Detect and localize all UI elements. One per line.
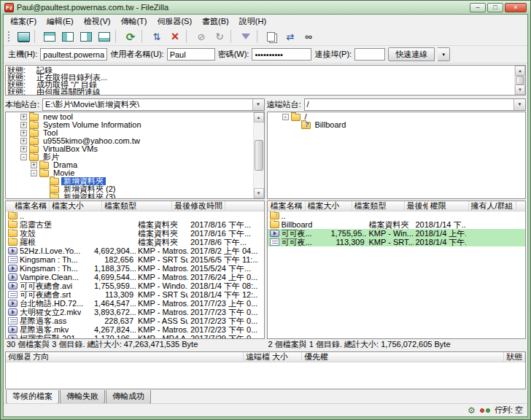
file-row[interactable]: 星際過客.ass 228,637 KMP - ASS Su... 2017/2/… — [6, 316, 264, 325]
toolbar-grip-handle[interactable] — [7, 31, 11, 42]
refresh-button[interactable] — [122, 28, 139, 44]
file-row[interactable]: 大明猩女立2.mkv 3,893,672... KMP - Matros... … — [6, 308, 264, 316]
tree-expander[interactable] — [31, 162, 37, 168]
close-button[interactable]: × — [505, 3, 527, 12]
host-input[interactable] — [40, 48, 107, 61]
queue-body[interactable] — [6, 362, 525, 389]
column-header[interactable]: 方向 — [31, 352, 244, 362]
menu-help[interactable]: 說明(H) — [234, 15, 271, 28]
reconnect-button[interactable] — [211, 28, 228, 44]
column-header[interactable]: 遠端檔案 — [244, 352, 270, 362]
scroll-down-icon[interactable]: ▼ — [515, 85, 525, 95]
toggle-queue-button[interactable] — [96, 28, 113, 44]
find-button[interactable] — [300, 28, 317, 44]
file-row[interactable]: 台北物語.HD.72... 1,464,547... KMP - Matros.… — [6, 299, 264, 308]
toggle-remote-tree-button[interactable] — [77, 28, 95, 44]
password-input[interactable] — [252, 48, 311, 61]
compare-button[interactable] — [263, 28, 281, 44]
file-row[interactable]: Kingsman : Th... 182,656 KMP - SRT Su...… — [6, 255, 264, 264]
remote-path-combobox[interactable]: / ▼ — [304, 98, 526, 111]
tree-expander[interactable] — [20, 114, 27, 120]
column-header[interactable]: 檔案類型 — [102, 201, 172, 211]
chevron-down-icon[interactable]: ▼ — [513, 99, 525, 110]
quickconnect-button[interactable]: 快速連線 — [388, 47, 435, 61]
tree-expander[interactable] — [41, 186, 47, 192]
column-header[interactable]: 最後修改時間 — [405, 201, 428, 211]
column-header[interactable]: 優先權 — [302, 352, 504, 362]
tree-item[interactable]: 新增資料夾 — [6, 177, 253, 185]
file-row[interactable]: 52Hz.I.Love.Yo... 4,692,904... KMP - Mat… — [6, 246, 264, 255]
file-row[interactable]: .. — [6, 211, 264, 220]
username-input[interactable] — [167, 48, 215, 61]
column-header[interactable]: 檔案名稱 — [6, 201, 50, 211]
column-header[interactable]: 檔案類型 — [352, 201, 405, 211]
tree-item[interactable]: 新增資料夾 (2) — [6, 185, 253, 193]
tree-expander[interactable] — [41, 178, 47, 184]
file-row[interactable]: 可可夜總會.srt 113,309 KMP - SRT Su... 2018/1… — [6, 290, 264, 299]
scrollbar-thumb[interactable] — [255, 140, 263, 171]
column-header[interactable]: 最後修改時間 — [172, 201, 225, 211]
maximize-button[interactable]: □ — [487, 3, 503, 12]
tree-item[interactable]: 新增資料夾 (3) — [6, 193, 253, 198]
tree-expander[interactable] — [282, 114, 289, 120]
quickconnect-dropdown-button[interactable]: ▼ — [438, 47, 450, 61]
column-header[interactable]: 檔案大小 — [306, 201, 352, 211]
file-row[interactable]: 可可夜... 1,755,95... KMP - Win... 2018/1/4… — [268, 229, 526, 238]
tree-expander[interactable] — [41, 194, 47, 198]
tree-expander[interactable] — [20, 138, 27, 144]
file-row[interactable]: .. — [268, 211, 526, 220]
tree-expander[interactable] — [31, 170, 37, 176]
tree-item[interactable]: Billboard — [268, 121, 526, 129]
local-path-combobox[interactable]: E:\影片\Movie\新增資料夾\ ▼ — [42, 98, 264, 111]
process-queue-button[interactable] — [148, 28, 166, 44]
tree-expander[interactable] — [20, 130, 27, 136]
queue-tab[interactable]: 等候的檔案 — [6, 390, 59, 404]
column-header[interactable]: 檔案大小 — [50, 201, 102, 211]
file-row[interactable]: Billboard 檔案資料夾 2018/1/14 下... — [268, 220, 526, 229]
column-header[interactable]: 權限 — [428, 201, 469, 211]
scroll-down-icon[interactable]: ▼ — [254, 188, 264, 198]
gear-icon[interactable] — [468, 405, 476, 416]
toggle-local-tree-button[interactable] — [59, 28, 77, 44]
scroll-up-icon[interactable]: ▲ — [254, 112, 264, 122]
tree-item[interactable]: / — [268, 113, 526, 121]
tree-item[interactable]: Movie — [6, 169, 253, 177]
local-tree-scrollbar[interactable]: ▲ ▼ — [253, 112, 264, 198]
filter-button[interactable] — [237, 28, 255, 44]
menu-server[interactable]: 伺服器(S) — [152, 15, 197, 28]
column-header[interactable]: 檔案名稱 — [268, 201, 306, 211]
log-scrollbar[interactable]: ▲ ▼ — [514, 66, 525, 95]
menu-transfer[interactable]: 傳輸(T) — [115, 15, 152, 28]
tree-expander[interactable] — [20, 122, 27, 128]
queue-tab[interactable]: 傳輸失敗 — [60, 390, 105, 404]
chevron-down-icon[interactable]: ▼ — [252, 99, 264, 110]
scrollbar-thumb[interactable] — [516, 76, 524, 85]
toggle-message-log-button[interactable] — [41, 28, 58, 44]
tree-expander[interactable] — [20, 154, 27, 160]
file-row[interactable]: 攻殼 檔案資料夾 2017/8/16 下午... — [6, 229, 264, 238]
site-manager-button[interactable] — [15, 28, 32, 44]
port-input[interactable] — [354, 48, 385, 61]
file-row[interactable]: Vampire.Clean... 4,699,544... KMP - Matr… — [6, 273, 264, 281]
sync-browse-button[interactable] — [282, 28, 299, 44]
file-row[interactable]: 柯羅索巨獸.201... 1,170,196... KMP - MP4 A...… — [6, 334, 264, 338]
column-header[interactable]: 狀態 — [504, 352, 525, 362]
disconnect-button[interactable] — [193, 28, 210, 44]
file-row[interactable]: 惡靈古堡 檔案資料夾 2017/8/16 下午... — [6, 220, 264, 229]
menu-bookmarks[interactable]: 書籤(B) — [197, 15, 234, 28]
file-row[interactable]: Kingsman : Th... 1,188,375... KMP - Matr… — [6, 264, 264, 273]
queue-tab[interactable]: 傳輸成功 — [106, 390, 151, 404]
cancel-button[interactable] — [166, 28, 184, 44]
file-row[interactable]: 可可夜... 113,309 KMP - SRT... 2018/1/4 下午.… — [268, 238, 526, 246]
scroll-up-icon[interactable]: ▲ — [515, 66, 525, 76]
file-row[interactable]: 可可夜總會.avi 1,755,959... KMP - Windo... 20… — [6, 281, 264, 290]
file-row[interactable]: 星際過客.mkv 4,267,824... KMP - Matros... 20… — [6, 325, 264, 334]
menu-view[interactable]: 檢視(V) — [79, 15, 116, 28]
tree-expander[interactable] — [292, 122, 299, 128]
column-header[interactable]: 擁有人/群組 — [469, 201, 516, 211]
menu-file[interactable]: 檔案(F) — [5, 15, 42, 28]
tree-expander[interactable] — [20, 146, 27, 152]
file-row[interactable]: 羅根 檔案資料夾 2017/8/6 下午... — [6, 238, 264, 246]
menu-edit[interactable]: 編輯(E) — [42, 15, 79, 28]
column-header[interactable]: 大小 — [270, 352, 302, 362]
